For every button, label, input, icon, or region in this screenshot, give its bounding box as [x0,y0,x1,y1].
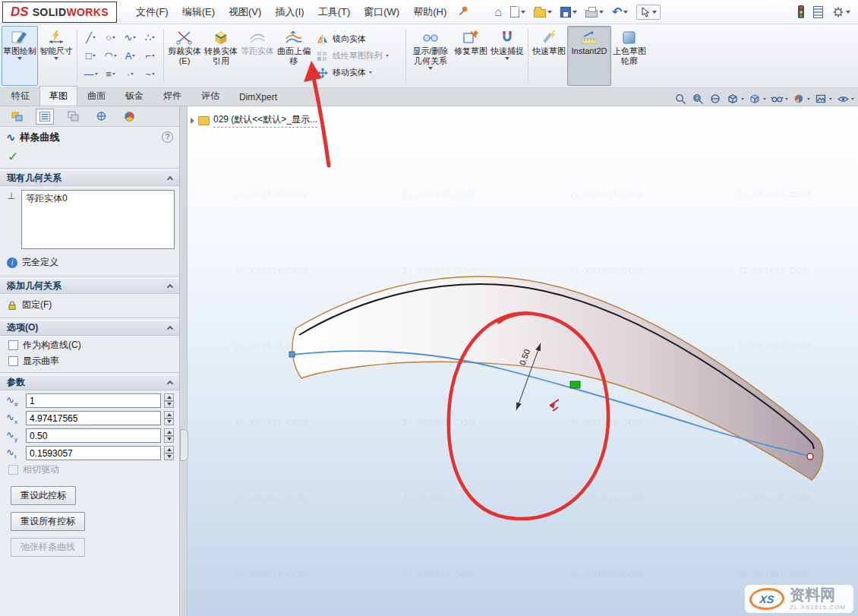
selected-handle[interactable] [570,381,580,388]
line-tool[interactable]: ╱ [81,29,100,46]
tab-weldments[interactable]: 焊件 [153,86,191,106]
slot-tool[interactable]: ≡ [101,65,120,83]
menu-tools[interactable]: 工具(T) [311,0,358,24]
relation-item[interactable]: 等距实体0 [22,191,174,207]
splitter-handle[interactable] [180,429,188,461]
configuration-manager-tab[interactable] [64,109,82,125]
mirror-entities-button[interactable]: 镜向实体 [316,33,399,46]
linear-sketch-pattern-button[interactable]: 线性草图阵列 [316,50,399,62]
spline-end-point[interactable] [807,453,813,460]
settings-button[interactable] [832,6,850,18]
trim-entities-button[interactable]: 剪裁实体(E) [166,26,203,86]
tab-sheet-metal[interactable]: 钣金 [115,86,153,106]
apply-scene-button[interactable] [815,93,832,106]
new-document-button[interactable] [510,6,525,17]
hide-show-items-button[interactable] [771,93,788,106]
parameters-header[interactable]: 参数 [0,374,179,390]
rapid-sketch-button[interactable]: 快速草图 [531,26,567,86]
open-button[interactable] [534,7,552,17]
zoom-fit-icon[interactable] [674,93,687,106]
home-button[interactable]: ⌂ [494,6,502,18]
feature-manager-tab[interactable] [8,109,26,125]
tab-surfaces[interactable]: 曲面 [77,86,115,106]
select-tool-button[interactable] [636,5,661,20]
repair-sketch-button[interactable]: 修复草图 [453,26,489,86]
show-curvature-checkbox[interactable]: 显示曲率 [8,355,179,368]
spline-start-handle[interactable] [289,352,295,357]
relations-listbox[interactable]: 等距实体0 [21,190,175,249]
breadcrumb[interactable]: 029 (默认<<默认>_显示... [191,113,317,128]
offset-on-surface-button[interactable]: 曲面上偏移 [276,26,312,86]
spline-tangent-input[interactable] [26,446,161,460]
add-relations-header[interactable]: 添加几何关系 [0,278,179,294]
spline-tool[interactable]: ∿ [121,29,140,46]
ellipse-tool[interactable]: ~ [140,65,159,83]
menu-file[interactable]: 文件(F) [129,0,175,24]
zoom-area-icon[interactable] [692,93,705,106]
spinner[interactable] [164,411,174,425]
relax-spline-button[interactable]: 弛张样条曲线 [11,538,85,557]
display-style-button[interactable] [749,93,766,106]
print-button[interactable] [585,6,604,17]
checkbox[interactable] [8,465,18,475]
checkbox[interactable] [8,340,18,350]
construction-tool[interactable]: · [121,65,140,83]
property-manager-tab[interactable] [36,109,54,125]
section-view-icon[interactable] [709,93,722,106]
save-button[interactable] [560,7,577,17]
reset-handle-button[interactable]: 重设此控标 [11,486,76,505]
pin-menu-icon[interactable] [458,5,468,18]
menu-edit[interactable]: 编辑(E) [175,0,222,24]
undo-button[interactable]: ↶ [612,6,628,18]
display-manager-tab[interactable] [120,109,138,125]
fix-relation-button[interactable]: 固定(F) [7,299,179,311]
display-delete-relations-button[interactable]: 显示/删除几何关系 [408,26,453,86]
tab-sketch[interactable]: 草图 [39,86,77,106]
reset-all-handles-button[interactable]: 重设所有控标 [11,512,85,531]
spline-x-input[interactable] [26,411,161,425]
checkbox[interactable] [8,356,18,366]
convert-entities-button[interactable]: 转换实体引用 [203,26,239,86]
spinner[interactable] [164,446,174,460]
offset-entities-button[interactable]: 等距实体 [239,26,276,86]
ok-button[interactable]: ✓ [8,149,18,165]
spline-y-input[interactable] [26,428,161,443]
menu-insert[interactable]: 插入(I) [268,0,311,24]
view-orientation-button[interactable] [727,93,744,106]
graphics-viewport[interactable]: ZL.XS1616.COMZL.XS1616.COMZL.XS1616.COMZ… [188,106,858,616]
shaded-sketch-contours-button[interactable]: 上色草图轮廓 [611,26,648,86]
flyout-arrow-icon[interactable] [191,118,194,124]
menu-window[interactable]: 窗口(W) [357,0,406,24]
move-entities-button[interactable]: 移动实体 [316,67,399,79]
sketch-button[interactable]: 草图绘制 [2,26,38,86]
text-tool[interactable]: A [121,47,140,65]
dimxpert-manager-tab[interactable] [92,109,110,125]
circle-tool[interactable]: ○ [101,29,120,46]
task-pane-icon[interactable] [813,6,823,18]
tab-dimxpert[interactable]: DimXpert [229,88,287,106]
model-canvas[interactable]: 0.50 [188,106,858,616]
point-tool[interactable]: ∴ [140,29,159,46]
fillet-tool[interactable]: ⌐ [140,47,159,65]
surface-body[interactable] [292,276,823,480]
panel-splitter[interactable] [180,106,188,616]
tangent-drive-checkbox[interactable]: 相切驱动 [8,463,179,476]
construction-line-checkbox[interactable]: 作为构造线(C) [8,339,179,352]
spinner[interactable] [164,428,174,443]
tab-evaluate[interactable]: 评估 [191,86,229,106]
options-header[interactable]: 选项(O) [0,320,179,336]
arc-tool[interactable]: ◠ [101,47,120,65]
smart-dimension-button[interactable]: 智能尺寸 [38,26,74,86]
edit-appearance-button[interactable] [793,93,810,106]
instant2d-button[interactable]: Instant2D [567,26,611,86]
menu-view[interactable]: 视图(V) [222,0,268,24]
spline-point-number-input[interactable] [26,393,161,408]
quick-snaps-button[interactable]: 快速捕捉 [489,26,525,86]
centerline-tool[interactable]: — [81,65,100,83]
view-settings-button[interactable] [837,93,854,106]
tab-features[interactable]: 特征 [2,86,39,106]
existing-relations-header[interactable]: 现有几何关系 [0,170,179,186]
help-icon[interactable]: ? [162,131,173,143]
rectangle-tool[interactable]: □ [81,47,100,65]
spinner[interactable] [164,393,174,408]
